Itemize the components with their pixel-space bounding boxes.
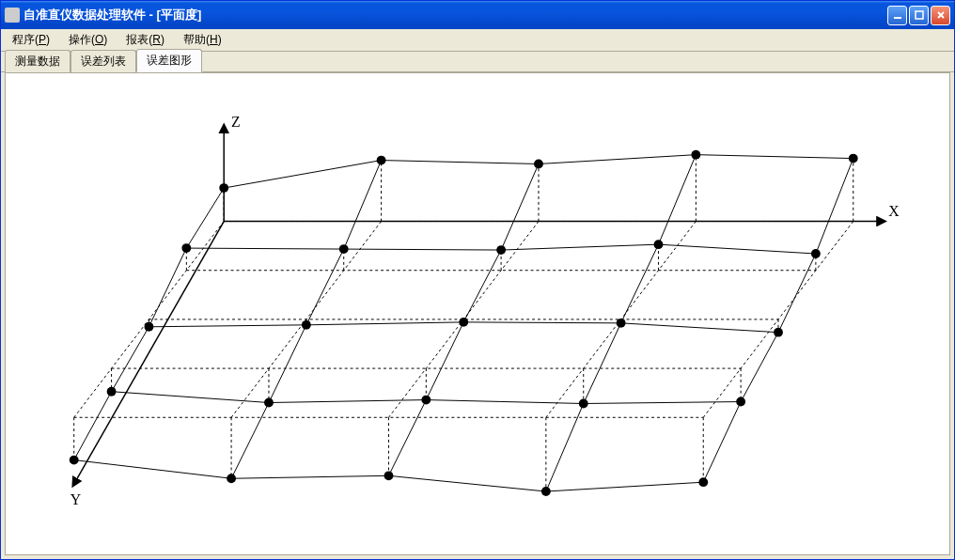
menu-program[interactable]: 程序(P): [7, 30, 55, 50]
svg-rect-0: [894, 17, 901, 19]
svg-point-93: [302, 320, 311, 330]
svg-point-103: [227, 474, 236, 483]
svg-point-82: [219, 183, 228, 193]
svg-line-48: [501, 244, 658, 250]
app-window: 自准直仪数据处理软件 - [平面度] 程序(P) 操作(O) 报表(R) 帮助(…: [0, 0, 955, 560]
close-button[interactable]: [931, 6, 950, 25]
svg-line-72: [426, 322, 463, 400]
svg-line-78: [816, 159, 853, 254]
axis-label-x: X: [888, 203, 900, 219]
svg-line-70: [501, 163, 539, 250]
svg-point-86: [849, 154, 858, 163]
svg-line-77: [546, 404, 584, 492]
axis-label-y: Y: [70, 491, 81, 507]
svg-line-76: [584, 323, 621, 404]
axis-label-z: Z: [231, 114, 241, 130]
svg-line-60: [388, 475, 545, 491]
minimize-button[interactable]: [887, 6, 907, 25]
svg-point-106: [698, 477, 708, 487]
app-icon: [5, 8, 20, 23]
svg-point-100: [579, 399, 588, 409]
svg-line-71: [463, 250, 501, 322]
svg-line-54: [112, 392, 269, 403]
maximize-button[interactable]: [909, 6, 929, 25]
svg-point-102: [70, 456, 79, 465]
svg-line-56: [426, 400, 583, 404]
svg-point-97: [107, 387, 117, 397]
svg-line-55: [269, 400, 426, 403]
surface-3d-plot: Z X Y: [6, 73, 949, 554]
svg-line-79: [778, 254, 816, 333]
svg-line-61: [546, 482, 703, 491]
tabbar: 测量数据 误差列表 误差图形: [1, 52, 954, 72]
tab-error-list[interactable]: 误差列表: [70, 50, 136, 72]
svg-line-59: [231, 475, 388, 478]
svg-line-68: [269, 325, 306, 403]
svg-line-58: [74, 460, 231, 479]
svg-rect-1: [916, 11, 923, 19]
minimize-icon: [893, 10, 902, 20]
titlebar-text: 自准直仪数据处理软件 - [平面度]: [23, 7, 887, 23]
svg-line-63: [149, 248, 186, 327]
svg-line-53: [621, 323, 778, 333]
svg-line-81: [703, 402, 741, 483]
svg-line-75: [621, 244, 659, 323]
svg-point-96: [774, 328, 783, 337]
svg-line-74: [658, 155, 696, 245]
svg-point-101: [736, 397, 745, 407]
titlebar: 自准直仪数据处理软件 - [平面度]: [1, 1, 954, 29]
svg-point-105: [541, 487, 551, 496]
svg-point-104: [384, 471, 394, 480]
svg-point-99: [421, 396, 431, 405]
svg-line-45: [696, 155, 853, 159]
svg-line-69: [231, 403, 269, 479]
svg-line-62: [186, 188, 224, 248]
svg-line-51: [306, 322, 463, 325]
svg-point-88: [339, 244, 349, 254]
svg-line-46: [186, 248, 343, 249]
svg-line-65: [74, 392, 112, 460]
svg-point-94: [459, 318, 468, 327]
svg-point-91: [811, 249, 821, 258]
close-icon: [936, 10, 946, 20]
surface-mesh: [70, 150, 858, 496]
svg-line-6: [74, 222, 225, 485]
tab-error-graph[interactable]: 误差图形: [136, 49, 202, 72]
svg-point-89: [496, 245, 506, 255]
svg-point-98: [264, 398, 274, 408]
svg-line-73: [388, 400, 426, 476]
svg-point-87: [181, 243, 191, 253]
svg-point-84: [534, 160, 543, 169]
svg-line-80: [741, 333, 778, 402]
svg-line-52: [463, 322, 620, 323]
window-controls: [887, 6, 950, 25]
svg-line-64: [112, 327, 149, 392]
svg-point-95: [617, 319, 626, 328]
axes: Z X Y: [70, 114, 900, 507]
svg-line-50: [149, 325, 305, 327]
svg-point-85: [691, 150, 700, 160]
svg-point-92: [145, 322, 154, 332]
menu-report[interactable]: 报表(R): [120, 30, 170, 50]
menu-operation[interactable]: 操作(O): [63, 30, 113, 50]
menu-help[interactable]: 帮助(H): [178, 30, 227, 50]
svg-line-57: [584, 402, 741, 404]
maximize-icon: [915, 10, 924, 20]
svg-point-90: [654, 240, 664, 249]
svg-line-42: [224, 161, 381, 189]
tab-measurement-data[interactable]: 测量数据: [5, 50, 70, 72]
svg-line-67: [306, 249, 344, 325]
svg-point-83: [377, 156, 386, 165]
svg-line-66: [344, 161, 382, 250]
svg-line-43: [382, 161, 539, 164]
svg-line-47: [344, 249, 501, 250]
chart-canvas: Z X Y: [5, 72, 950, 555]
svg-line-49: [658, 244, 815, 254]
svg-line-44: [539, 155, 696, 164]
